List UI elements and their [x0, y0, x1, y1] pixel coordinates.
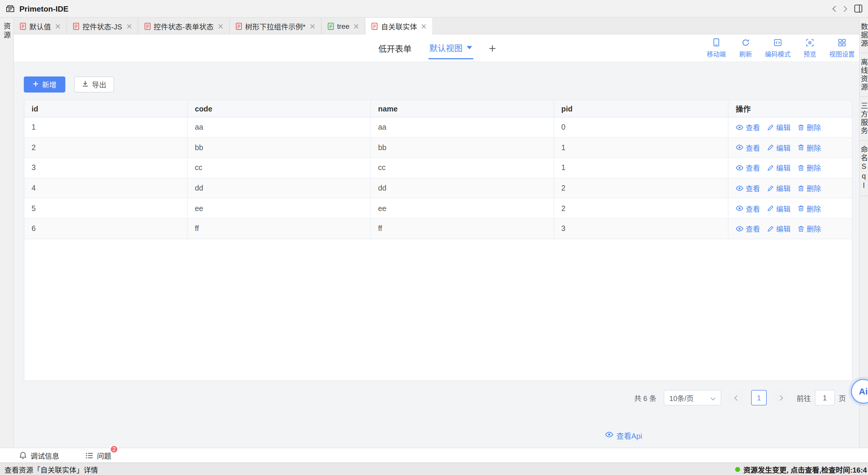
page-unit-label: 页	[839, 392, 846, 403]
delete-row-link[interactable]: 删除	[798, 183, 821, 193]
debug-info-button[interactable]: 调试信息	[19, 450, 59, 461]
edit-row-link[interactable]: 编辑	[767, 203, 790, 213]
goto-page-input[interactable]	[815, 390, 835, 406]
edit-row-link[interactable]: 编辑	[767, 223, 790, 234]
tab-tree[interactable]: tree	[322, 18, 366, 34]
tab-widget-state-form-state[interactable]: 控件状态-表单状态	[138, 18, 229, 34]
table-row: 2 bb bb 1 查看 编辑 删除	[24, 138, 852, 158]
nav-forward-icon[interactable]	[843, 5, 847, 12]
tab-default-value[interactable]: 默认值	[14, 18, 67, 34]
bell-icon	[19, 451, 26, 459]
delete-row-link[interactable]: 删除	[798, 122, 821, 132]
entity-file-icon	[328, 22, 334, 29]
add-record-button[interactable]: 新增	[24, 77, 65, 92]
cell-name: ee	[371, 199, 554, 218]
cell-id: 4	[24, 178, 188, 198]
preview-button[interactable]: 预览	[800, 39, 820, 58]
goto-label: 前往	[797, 392, 811, 403]
nav-back-icon[interactable]	[832, 5, 837, 12]
document-tab-bar: 默认值 控件状态-JS 控件状态-表单状态 树形下拉组件示例* tree 自关联…	[14, 18, 859, 34]
delete-row-link[interactable]: 删除	[798, 142, 821, 153]
prev-page-button[interactable]	[728, 390, 744, 406]
tab-low-code-form[interactable]: 低开表单	[377, 38, 413, 59]
cell-pid: 2	[554, 178, 728, 198]
page-size-select[interactable]: 10条/页	[663, 390, 721, 406]
status-bar: 查看资源「自关联实体」详情 资源发生变更, 点击查看,检查时间:16:4	[0, 463, 868, 475]
right-rail-item-offline-resources[interactable]: 离线资源	[860, 53, 868, 97]
cell-code: ee	[188, 199, 371, 218]
pagination-total: 共 6 条	[634, 392, 656, 403]
cell-code: aa	[188, 117, 371, 137]
problems-button[interactable]: 问题 2	[86, 450, 112, 461]
cell-code: dd	[188, 178, 371, 198]
tab-widget-state-js[interactable]: 控件状态-JS	[67, 18, 138, 34]
delete-row-link[interactable]: 删除	[798, 223, 821, 234]
delete-row-link[interactable]: 删除	[798, 203, 821, 213]
close-icon[interactable]	[354, 24, 359, 29]
cell-name: ff	[371, 219, 554, 238]
next-page-button[interactable]	[774, 390, 789, 406]
resources-panel-toggle[interactable]: 资源	[3, 22, 10, 448]
mobile-view-button[interactable]: 移动端	[706, 38, 726, 58]
tab-label: 控件状态-JS	[83, 21, 122, 31]
delete-row-link[interactable]: 删除	[798, 162, 821, 173]
tab-tree-dropdown-example[interactable]: 树形下拉组件示例*	[229, 18, 321, 34]
pagination: 共 6 条 10条/页 1 前往 页	[634, 390, 846, 406]
form-file-icon	[20, 22, 26, 29]
edit-row-link[interactable]: 编辑	[767, 142, 790, 153]
view-row-link[interactable]: 查看	[736, 162, 760, 173]
right-rail-item-third-party-services[interactable]: 三方服务	[860, 97, 868, 141]
close-icon[interactable]	[218, 24, 223, 29]
column-header-name: name	[371, 100, 554, 117]
tab-default-view[interactable]: 默认视图	[428, 37, 473, 59]
view-row-link[interactable]: 查看	[736, 183, 760, 193]
export-button[interactable]: 导出	[74, 77, 114, 92]
table-row: 4 dd dd 2 查看 编辑 删除	[24, 178, 852, 199]
tab-self-related-entity[interactable]: 自关联实体	[366, 18, 433, 35]
view-row-link[interactable]: 查看	[736, 203, 760, 213]
refresh-icon	[742, 39, 749, 48]
cell-pid: 0	[554, 117, 728, 137]
view-bar: 低开表单 默认视图 移动端 刷新 编码模式	[14, 34, 859, 62]
edit-row-link[interactable]: 编辑	[767, 183, 790, 193]
cell-id: 1	[24, 117, 188, 137]
page-number-button[interactable]: 1	[751, 390, 767, 406]
form-file-icon	[236, 22, 242, 29]
mobile-icon	[713, 38, 719, 48]
eye-icon	[606, 431, 614, 440]
refresh-button[interactable]: 刷新	[736, 39, 756, 58]
column-header-pid: pid	[554, 100, 728, 117]
main-content: 新增 导出 id code name pid 操作 1 aa aa 0 查看	[14, 62, 859, 448]
cell-code: ff	[188, 219, 371, 238]
close-icon[interactable]	[55, 24, 60, 29]
form-file-icon	[144, 22, 150, 29]
app-title: Primeton-IDE	[19, 4, 68, 13]
column-header-id: id	[24, 100, 188, 117]
table-row: 6 ff ff 3 查看 编辑 删除	[24, 219, 852, 239]
cell-name: bb	[371, 138, 554, 157]
code-mode-button[interactable]: 编码模式	[765, 39, 790, 58]
form-file-icon	[372, 23, 377, 30]
view-row-link[interactable]: 查看	[736, 122, 760, 132]
close-icon[interactable]	[422, 24, 427, 29]
close-icon[interactable]	[127, 24, 132, 29]
view-row-link[interactable]: 查看	[736, 142, 760, 153]
edit-row-link[interactable]: 编辑	[767, 162, 790, 173]
add-view-button[interactable]	[489, 44, 496, 52]
left-rail: 资源	[0, 18, 14, 448]
right-rail-item-named-sql[interactable]: 命名Sql	[860, 141, 868, 196]
chevron-down-icon	[710, 393, 716, 402]
close-icon[interactable]	[310, 24, 315, 29]
view-api-link[interactable]: 查看Api	[606, 430, 642, 441]
right-rail-item-datasource[interactable]: 数据源	[860, 18, 868, 53]
view-settings-button[interactable]: 视图设置	[829, 39, 855, 58]
tab-label: 树形下拉组件示例*	[245, 21, 305, 31]
resource-changed-notice[interactable]: 资源发生变更, 点击查看,检查时间:16:4	[735, 464, 867, 474]
cell-name: dd	[371, 178, 554, 198]
data-table: id code name pid 操作 1 aa aa 0 查看 编辑 删除 2…	[24, 99, 852, 381]
edit-row-link[interactable]: 编辑	[767, 122, 790, 132]
download-icon	[82, 80, 89, 89]
chevron-down-icon	[466, 46, 472, 49]
view-row-link[interactable]: 查看	[736, 223, 760, 234]
layout-toggle-icon[interactable]	[854, 4, 862, 13]
